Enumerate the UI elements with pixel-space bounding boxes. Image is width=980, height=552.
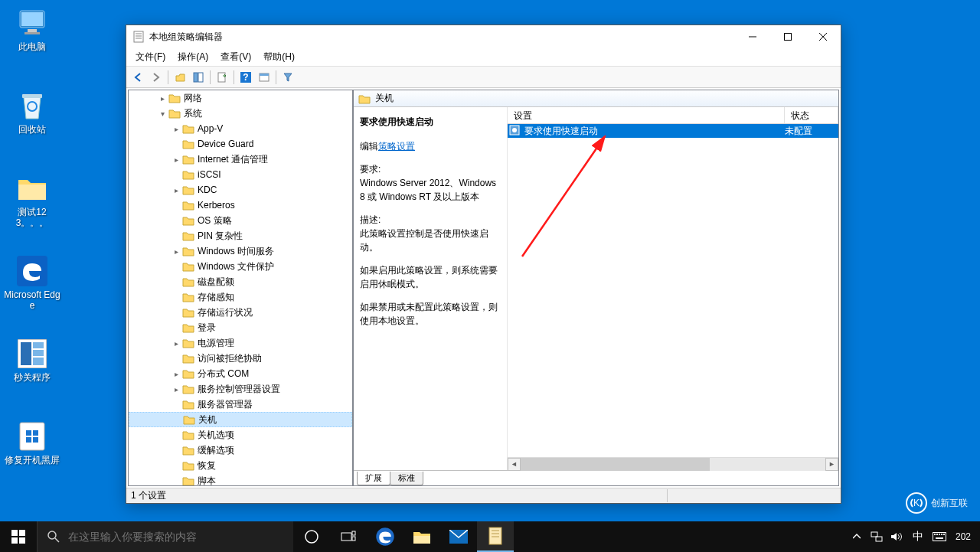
tree-item[interactable]: 存储运行状况 <box>129 305 352 320</box>
policy-title: 要求使用快速启动 <box>360 115 501 129</box>
expand-icon[interactable]: ▾ <box>156 109 168 118</box>
tree-item[interactable]: 关机 <box>129 412 352 427</box>
tab-extended[interactable]: 扩展 <box>357 472 390 485</box>
expand-icon[interactable]: ▸ <box>170 385 182 394</box>
svg-rect-10 <box>33 350 44 356</box>
tree-item[interactable]: ▸电源管理 <box>129 335 352 351</box>
scroll-track[interactable] <box>521 458 825 471</box>
menu-file[interactable]: 文件(F) <box>129 49 172 65</box>
desktop-icon-this-pc[interactable]: 此电脑 <box>3 8 61 52</box>
desktop-icon-shutdown-app[interactable]: 秒关程序 <box>3 338 61 383</box>
show-hide-button[interactable] <box>190 69 207 86</box>
desktop-icon-edge[interactable]: Microsoft Edge <box>3 256 61 311</box>
scroll-left-button[interactable]: ◄ <box>508 458 521 471</box>
tray-keyboard-icon[interactable] <box>931 521 948 552</box>
svg-rect-40 <box>19 537 25 544</box>
menu-view[interactable]: 查看(V) <box>214 49 257 65</box>
tree-item[interactable]: ▸App-V <box>129 121 352 136</box>
export-button[interactable] <box>214 69 230 86</box>
desc-p1: 如果启用此策略设置，则系统需要启用休眠模式。 <box>360 263 501 291</box>
properties-button[interactable] <box>256 69 273 86</box>
tree-item[interactable]: ▸Internet 通信管理 <box>129 152 352 167</box>
tree-item[interactable]: 缓解选项 <box>129 443 352 458</box>
tree-label: 磁盘配额 <box>198 276 234 289</box>
start-button[interactable] <box>0 521 37 552</box>
desktop-icon-test-folder[interactable]: 测试123。。。 <box>3 173 61 228</box>
col-state[interactable]: 状态 <box>785 107 838 123</box>
col-setting[interactable]: 设置 <box>508 107 785 123</box>
tree-item[interactable]: 恢复 <box>129 458 352 473</box>
tree-item[interactable]: ▸KDC <box>129 182 352 198</box>
menu-help[interactable]: 帮助(H) <box>257 49 301 65</box>
titlebar[interactable]: 本地组策略编辑器 <box>126 25 841 48</box>
expand-icon[interactable]: ▸ <box>170 339 182 348</box>
search-box[interactable] <box>37 521 293 552</box>
close-button[interactable] <box>805 25 841 48</box>
tray-chevron-icon[interactable] <box>848 521 865 552</box>
taskbar-gpedit[interactable] <box>477 521 514 552</box>
tree-item[interactable]: ▾系统 <box>129 106 352 121</box>
scroll-thumb[interactable] <box>521 458 710 471</box>
tree-item[interactable]: 磁盘配额 <box>129 274 352 289</box>
folder-icon <box>182 445 194 456</box>
tree-item[interactable]: ▸服务控制管理器设置 <box>129 381 352 397</box>
scroll-right-button[interactable]: ► <box>825 458 838 471</box>
svg-rect-8 <box>21 342 31 365</box>
svg-rect-2 <box>28 29 37 32</box>
list-empty-area[interactable] <box>508 138 838 457</box>
tree-item[interactable]: 服务器管理器 <box>129 397 352 412</box>
tree-item[interactable]: ▸网络 <box>129 90 352 106</box>
tree-label: 关机 <box>198 413 217 426</box>
tree-item[interactable]: 关机选项 <box>129 427 352 443</box>
minimize-button[interactable] <box>735 25 770 48</box>
tree-item[interactable]: 登录 <box>129 320 352 335</box>
tray-ime[interactable]: 中 <box>908 521 928 552</box>
cortana-button[interactable] <box>293 521 330 552</box>
back-button[interactable] <box>129 69 146 86</box>
tree-item[interactable]: ▸分布式 COM <box>129 366 352 381</box>
expand-icon[interactable]: ▸ <box>170 370 182 378</box>
folder-icon <box>168 108 181 119</box>
tree-item[interactable]: 访问被拒绝协助 <box>129 351 352 366</box>
search-input[interactable] <box>68 531 284 543</box>
tree-item[interactable]: ▸Windows 时间服务 <box>129 243 352 259</box>
tree-item[interactable]: Kerberos <box>129 198 352 213</box>
tree-item[interactable]: Device Guard <box>129 136 352 152</box>
tab-standard[interactable]: 标准 <box>390 472 423 485</box>
folder-icon <box>182 261 194 272</box>
tray-volume-icon[interactable] <box>888 521 905 552</box>
tree-label: Windows 时间服务 <box>198 245 274 258</box>
tray-network-icon[interactable] <box>868 521 885 552</box>
taskbar-mail[interactable] <box>440 521 477 552</box>
taskbar-explorer[interactable] <box>403 521 440 552</box>
maximize-button[interactable] <box>770 25 805 48</box>
tree-item[interactable]: OS 策略 <box>129 213 352 228</box>
folder-icon <box>182 139 194 149</box>
tree-item[interactable]: 存储感知 <box>129 289 352 305</box>
svg-rect-1 <box>21 12 43 26</box>
edit-policy-link[interactable]: 策略设置 <box>378 141 415 152</box>
tree-item[interactable]: iSCSI <box>129 167 352 182</box>
desktop-icon-recycle-bin[interactable]: 回收站 <box>3 90 61 135</box>
expand-icon[interactable]: ▸ <box>170 247 182 256</box>
help-button[interactable]: ? <box>237 69 254 86</box>
tree-item[interactable]: 脚本 <box>129 473 352 486</box>
expand-icon[interactable]: ▸ <box>170 125 182 133</box>
expand-icon[interactable]: ▸ <box>156 94 168 103</box>
tree-item[interactable]: Windows 文件保护 <box>129 259 352 274</box>
taskbar-edge[interactable] <box>367 521 403 552</box>
menu-action[interactable]: 操作(A) <box>172 49 214 65</box>
forward-button[interactable] <box>148 69 165 86</box>
horizontal-scrollbar[interactable]: ◄ ► <box>508 457 838 470</box>
expand-icon[interactable]: ▸ <box>170 186 182 194</box>
filter-button[interactable] <box>279 69 296 86</box>
tree-item[interactable]: PIN 复杂性 <box>129 228 352 243</box>
watermark: K 创新互联 <box>905 489 974 517</box>
expand-icon[interactable]: ▸ <box>170 155 182 164</box>
list-row-selected[interactable]: 要求使用快速启动 未配置 <box>508 124 838 138</box>
tree-panel[interactable]: ▸网络▾系统▸App-VDevice Guard▸Internet 通信管理iS… <box>128 90 353 486</box>
task-view-button[interactable] <box>330 521 367 552</box>
tray-clock[interactable]: 202 <box>951 531 975 542</box>
desktop-icon-fix-boot[interactable]: 修复开机黑屏 <box>3 421 61 465</box>
up-button[interactable] <box>172 69 188 86</box>
